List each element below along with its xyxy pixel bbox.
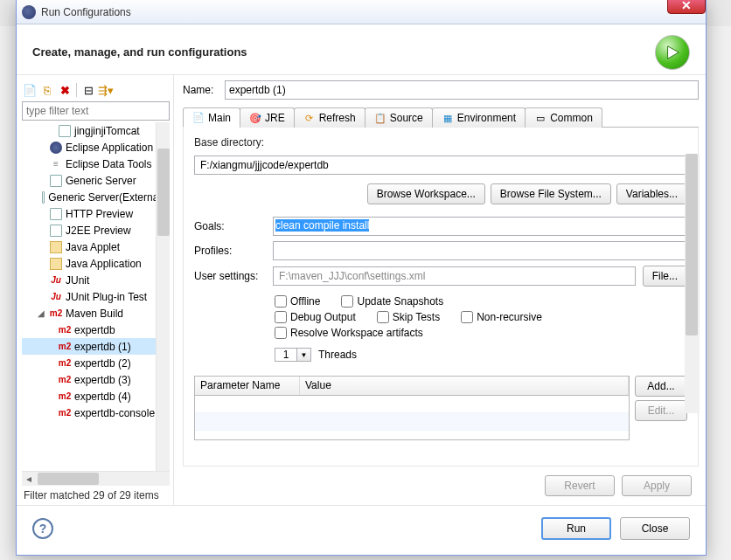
usersettings-input[interactable] bbox=[273, 266, 636, 286]
table-row[interactable] bbox=[195, 413, 629, 431]
add-param-button[interactable]: Add... bbox=[635, 376, 687, 397]
tab-main[interactable]: 📄Main bbox=[183, 107, 240, 128]
main-vertical-scrollbar[interactable] bbox=[685, 154, 700, 413]
refresh-icon: ⟳ bbox=[303, 112, 316, 124]
tree-horizontal-scrollbar[interactable]: ◂ bbox=[22, 471, 170, 486]
threads-label: Threads bbox=[318, 349, 357, 361]
tree-item-junit[interactable]: JuJUnit bbox=[22, 272, 170, 288]
m2-icon: m2 bbox=[50, 308, 62, 320]
tree-item-expertdb-2-[interactable]: m2expertdb (2) bbox=[22, 355, 170, 371]
base-dir-input[interactable] bbox=[194, 156, 687, 175]
skip-tests-checkbox[interactable]: Skip Tests bbox=[377, 311, 440, 323]
tree-item-eclipse-data-tools[interactable]: ≡Eclipse Data Tools bbox=[22, 156, 170, 172]
dialog-header: Create, manage, and run configurations bbox=[17, 24, 706, 75]
collapse-all-icon[interactable]: ⊟ bbox=[80, 82, 96, 98]
new-config-icon[interactable]: 📄 bbox=[22, 82, 38, 98]
tab-source[interactable]: 📋Source bbox=[365, 107, 433, 128]
chevron-down-icon[interactable]: ▼ bbox=[296, 349, 310, 361]
name-input[interactable] bbox=[225, 80, 699, 100]
resolve-workspace-checkbox[interactable]: Resolve Workspace artifacts bbox=[275, 327, 423, 339]
svg-marker-0 bbox=[668, 45, 679, 58]
doc-icon bbox=[50, 208, 62, 220]
tree-item-expertdb-console[interactable]: m2expertdb-console bbox=[22, 404, 170, 421]
threads-spinner[interactable]: ▼ bbox=[275, 348, 311, 362]
tree-item-jingjinjitomcat[interactable]: jingjinjiTomcat bbox=[22, 122, 170, 139]
tree-item-java-applet[interactable]: Java Applet bbox=[22, 239, 170, 255]
browse-filesystem-button[interactable]: Browse File System... bbox=[491, 183, 611, 204]
filter-status: Filter matched 29 of 29 items bbox=[22, 486, 170, 505]
doc-icon bbox=[42, 191, 45, 204]
m2-icon: m2 bbox=[59, 391, 71, 403]
jre-icon: 🎯 bbox=[249, 112, 261, 124]
window-title: Run Configurations bbox=[41, 6, 131, 18]
titlebar[interactable]: Run Configurations ✕ bbox=[17, 0, 706, 24]
doc-icon bbox=[50, 225, 62, 237]
tree-item-maven-build[interactable]: ◢m2Maven Build bbox=[22, 305, 170, 321]
common-icon: ▭ bbox=[534, 112, 547, 124]
main-tab-icon: 📄 bbox=[192, 112, 205, 124]
file-button[interactable]: File... bbox=[643, 266, 687, 287]
tree-item-generic-server-external-[interactable]: Generic Server(External... bbox=[22, 189, 170, 205]
doc-icon bbox=[59, 125, 71, 137]
dialog-footer: ? Run Close bbox=[17, 505, 706, 550]
tree-item-expertdb-1-[interactable]: m2expertdb (1) bbox=[22, 338, 170, 355]
tab-common[interactable]: ▭Common bbox=[525, 107, 602, 128]
filter-input[interactable] bbox=[22, 101, 170, 121]
tree-item-http-preview[interactable]: HTTP Preview bbox=[22, 205, 170, 222]
tree-item-expertdb[interactable]: m2expertdb bbox=[22, 321, 170, 338]
tree-item-eclipse-application[interactable]: Eclipse Application bbox=[22, 139, 170, 156]
delete-icon[interactable]: ✖ bbox=[57, 82, 73, 98]
configurations-sidebar: 📄 ⎘ ✖ ⊟ ⇶▾ jingjinjiTomcatEclipse Applic… bbox=[17, 75, 174, 505]
update-snapshots-checkbox[interactable]: Update Snapshots bbox=[341, 295, 443, 308]
tree-item-java-application[interactable]: Java Application bbox=[22, 255, 170, 272]
config-tree[interactable]: jingjinjiTomcatEclipse Application≡Eclip… bbox=[22, 122, 170, 471]
tree-item-generic-server[interactable]: Generic Server bbox=[22, 172, 170, 189]
offline-checkbox[interactable]: Offline bbox=[275, 295, 320, 308]
tab-main-content: Base directory: Browse Workspace... Brow… bbox=[183, 128, 699, 467]
profiles-input[interactable] bbox=[273, 241, 687, 260]
sidebar-toolbar: 📄 ⎘ ✖ ⊟ ⇶▾ bbox=[22, 80, 170, 101]
edit-param-button[interactable]: Edit... bbox=[635, 400, 687, 421]
filter-icon[interactable]: ⇶▾ bbox=[98, 82, 114, 98]
m2-icon: m2 bbox=[59, 357, 71, 370]
m2-icon: m2 bbox=[59, 374, 71, 386]
name-label: Name: bbox=[183, 84, 218, 96]
tree-item-expertdb-4-[interactable]: m2expertdb (4) bbox=[22, 388, 170, 404]
param-value-header[interactable]: Value bbox=[300, 377, 629, 395]
doc-icon bbox=[50, 175, 62, 187]
revert-button[interactable]: Revert bbox=[545, 475, 615, 496]
main-panel: Name: 📄Main 🎯JRE ⟳Refresh 📋Source ▦Envir… bbox=[174, 75, 706, 505]
run-button[interactable]: Run bbox=[541, 517, 611, 540]
ju-icon: Ju bbox=[50, 291, 62, 303]
browse-workspace-button[interactable]: Browse Workspace... bbox=[367, 183, 485, 204]
non-recursive-checkbox[interactable]: Non-recursive bbox=[461, 311, 542, 323]
tree-item-j2ee-preview[interactable]: J2EE Preview bbox=[22, 222, 170, 239]
ju-icon: Ju bbox=[50, 274, 62, 287]
variables-button[interactable]: Variables... bbox=[616, 183, 687, 204]
run-orb-icon bbox=[655, 35, 690, 70]
close-button[interactable]: Close bbox=[620, 517, 690, 540]
tree-item-expertdb-3-[interactable]: m2expertdb (3) bbox=[22, 371, 170, 388]
tab-jre[interactable]: 🎯JRE bbox=[240, 107, 295, 128]
help-icon[interactable]: ? bbox=[32, 518, 53, 539]
base-dir-label: Base directory: bbox=[194, 136, 687, 149]
db-icon: ≡ bbox=[50, 158, 62, 170]
apply-button[interactable]: Apply bbox=[622, 475, 692, 496]
m2-icon: m2 bbox=[59, 407, 71, 419]
param-name-header[interactable]: Parameter Name bbox=[195, 377, 300, 395]
table-row[interactable] bbox=[195, 396, 629, 413]
tree-vertical-scrollbar[interactable] bbox=[156, 122, 170, 471]
java-icon bbox=[50, 241, 62, 253]
tree-item-junit-plug-in-test[interactable]: JuJUnit Plug-in Test bbox=[22, 288, 170, 305]
m2-icon: m2 bbox=[59, 324, 71, 336]
debug-output-checkbox[interactable]: Debug Output bbox=[275, 311, 356, 323]
tab-refresh[interactable]: ⟳Refresh bbox=[294, 107, 366, 128]
m2-icon: m2 bbox=[59, 341, 71, 353]
eclipse-icon bbox=[22, 5, 36, 19]
duplicate-icon[interactable]: ⎘ bbox=[39, 82, 55, 98]
goals-input[interactable]: clean compile install bbox=[273, 217, 687, 236]
tab-environment[interactable]: ▦Environment bbox=[432, 107, 526, 128]
profiles-label: Profiles: bbox=[194, 245, 266, 257]
parameters-table[interactable]: Parameter Name Value bbox=[194, 376, 630, 440]
window-close-button[interactable]: ✕ bbox=[667, 0, 706, 14]
